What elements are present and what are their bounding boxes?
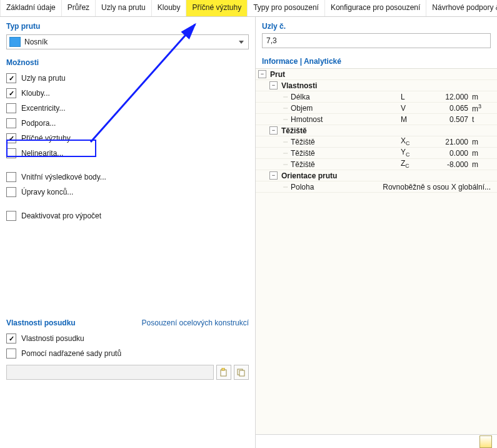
checkbox[interactable] (6, 73, 16, 83)
prop-value: 12.000 (424, 93, 468, 101)
grid-icon[interactable] (479, 435, 492, 448)
chk-row: Podpora... (6, 116, 249, 131)
right-panel: Uzly č. 7,3 Informace | Analytické −Prut… (256, 17, 497, 448)
tab-uzly-na-prutu[interactable]: Uzly na prutu (96, 0, 152, 16)
chk-row: Vnitřní výsledkové body... (6, 170, 249, 185)
prop-symbol: YC (396, 148, 424, 158)
chk-row: Pomocí nadřazené sady prutů (6, 346, 249, 361)
chk-label: Vnitřní výsledkové body... (21, 173, 106, 181)
chevron-down-icon (239, 41, 244, 44)
prop-value: Rovnoběžně s osou X globální... (383, 183, 494, 191)
prop-label: Délka (291, 93, 310, 101)
tree-row: ┈TěžištěXC21.000m (256, 136, 497, 148)
posudek-head-label: Vlastnosti posudku (6, 318, 76, 327)
tab-klouby[interactable]: Klouby (152, 0, 187, 16)
posudek-list: Vlastnosti posudkuPomocí nadřazené sady … (0, 331, 255, 361)
checkbox[interactable] (6, 349, 16, 359)
prop-symbol: ZC (396, 159, 424, 169)
chk-row: Uzly na prutu (6, 71, 249, 86)
chk-label: Klouby... (21, 89, 50, 98)
collapse-icon[interactable]: − (258, 70, 266, 78)
checkbox[interactable] (6, 103, 16, 113)
tree-row: ┈PolohaRovnoběžně s osou X globální... (256, 181, 497, 193)
posudek-head: Vlastnosti posudku Posouzení ocelových k… (0, 313, 255, 331)
left-panel: Typ prutu Nosník Možnosti Uzly na prutuK… (0, 17, 256, 448)
tree-row: −Vlastnosti (256, 80, 497, 91)
typ-prutu-select[interactable]: Nosník (6, 34, 249, 49)
chk-row: Excentricity... (6, 101, 249, 116)
prop-unit: m (468, 138, 494, 146)
tree-group: Orientace prutu (281, 171, 337, 180)
svg-rect-3 (239, 370, 244, 376)
chk-label: Úpravy konců... (21, 188, 73, 196)
prop-label: Těžiště (291, 138, 315, 146)
chk-label: Excentricity... (21, 104, 65, 113)
prop-symbol: L (396, 93, 424, 101)
checkbox[interactable] (6, 187, 16, 197)
tree-row: ┈HmotnostM0.507t (256, 114, 497, 125)
tab-pricne-vyztuhy[interactable]: Příčné výztuhy (186, 0, 248, 16)
checkbox[interactable] (6, 88, 16, 98)
prop-value: -8.000 (424, 160, 468, 169)
tree-row: ┈TěžištěYC0.000m (256, 148, 497, 159)
info-head: Informace | Analytické (256, 52, 497, 68)
copy-doc-icon (237, 368, 246, 377)
prop-unit: m3 (468, 103, 494, 113)
prop-symbol: XC (396, 136, 424, 146)
tree-group: Vlastnosti (281, 81, 317, 90)
tab-bar: Základní údaje Průřez Uzly na prutu Klou… (0, 0, 497, 17)
chk-label: Uzly na prutu (21, 74, 66, 83)
tree-root: Prut (270, 70, 285, 79)
posudek-link[interactable]: Posouzení ocelových konstrukcí (142, 318, 249, 327)
tree-row: ┈DélkaL12.000m (256, 91, 497, 103)
collapse-icon[interactable]: − (269, 81, 278, 89)
uzly-input[interactable]: 7,3 (262, 33, 491, 48)
chk-row: Deaktivovat pro výpočet (6, 208, 249, 223)
tree-row: −Orientace prutu (256, 170, 497, 181)
copy-button[interactable] (234, 365, 249, 380)
uzly-head: Uzly č. (256, 17, 497, 33)
chk-label: Deaktivovat pro výpočet (21, 211, 101, 220)
tab-prurez[interactable]: Průřez (62, 0, 96, 16)
prop-unit: m (468, 93, 494, 101)
tab-konfigurace[interactable]: Konfigurace pro posouzení (325, 0, 426, 16)
chk-label: Pomocí nadřazené sady prutů (21, 349, 121, 358)
prop-label: Objem (291, 104, 313, 113)
checkbox[interactable] (6, 118, 16, 128)
prop-symbol: M (396, 115, 424, 124)
checkbox[interactable] (6, 172, 16, 182)
svg-rect-1 (222, 368, 224, 370)
prop-unit: m (468, 149, 494, 158)
collapse-icon[interactable]: − (269, 126, 278, 135)
tab-zakladni-udaje[interactable]: Základní údaje (0, 0, 62, 16)
prop-label: Těžiště (291, 160, 315, 169)
tree-row: ┈TěžištěZC-8.000m (256, 159, 497, 170)
prop-value: 0.507 (424, 115, 468, 124)
chk-row: Úpravy konců... (6, 185, 249, 200)
checkbox[interactable] (6, 333, 16, 344)
posudek-input[interactable] (6, 365, 214, 380)
typ-prutu-value: Nosník (24, 38, 239, 46)
prop-unit: t (468, 115, 494, 124)
moznosti-head: Možnosti (0, 53, 255, 71)
checkbox[interactable] (6, 211, 16, 221)
new-doc-icon (219, 368, 228, 377)
chk-row: Klouby... (6, 86, 249, 101)
chk-row: Vlastnosti posudku (6, 331, 249, 346)
tab-navrhove-podpory[interactable]: Návrhové podpory & prů (426, 0, 497, 16)
highlight-box (6, 140, 96, 157)
tree-row: −Těžiště (256, 125, 497, 136)
tree-group: Těžiště (281, 126, 307, 135)
tree-row: ┈ObjemV0.065m3 (256, 103, 497, 114)
chk-label: Vlastnosti posudku (21, 334, 84, 343)
prop-value: 0.000 (424, 149, 468, 158)
beam-color-swatch (9, 37, 21, 47)
prop-unit: m (468, 160, 494, 169)
collapse-icon[interactable]: − (269, 171, 278, 180)
prop-label: Poloha (291, 183, 314, 191)
tab-typy-pro-posouzeni[interactable]: Typy pro posouzení (248, 0, 325, 16)
prop-symbol: V (396, 104, 424, 113)
new-button[interactable] (216, 365, 231, 380)
prop-label: Těžiště (291, 149, 315, 158)
chk-label: Podpora... (21, 119, 56, 128)
